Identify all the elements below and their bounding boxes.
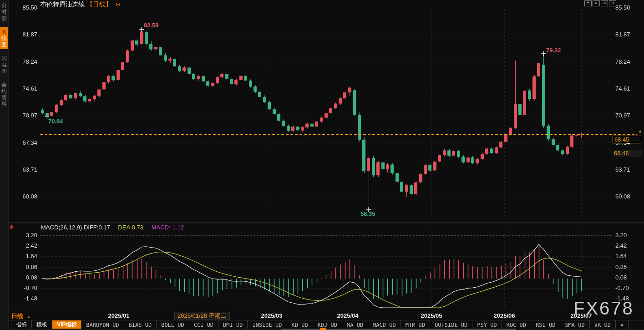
scrollbar-marker	[320, 328, 326, 330]
macd-dea-value: DEA:0.73	[118, 224, 143, 231]
y-axis-label-right: 74.61	[615, 85, 639, 92]
y-axis-label: 78.24	[16, 58, 37, 65]
symbol-name: 布伦特原油连续	[40, 0, 85, 8]
y-axis-label: 67.34	[16, 139, 37, 146]
indicator-button-bias[interactable]: BIAS_UD	[124, 320, 157, 329]
y-axis-label: 70.97	[16, 112, 37, 119]
indicator-button-roc[interactable]: ROC_UD	[502, 320, 531, 329]
macd-axis-label-right: 3.20	[615, 232, 639, 239]
toolbar-tab-vip-indicator[interactable]: VIP指标	[52, 320, 81, 329]
sidebar-tab-contract-info[interactable]: 合约资料	[0, 80, 8, 108]
x-axis-row: 日线 ▲ 2025/01 2025/03 2025/04 2025/05 202…	[0, 311, 644, 320]
macd-axis-label: 0.86	[16, 264, 37, 270]
x-axis-month-label: 2025/01	[103, 312, 135, 319]
indicator-button-macd[interactable]: MACD_UD	[368, 320, 401, 329]
high-price-label: 82.59	[144, 22, 159, 29]
macd-axis-label: -1.48	[16, 295, 37, 302]
period-dropdown-arrow-icon: ▲	[27, 315, 31, 319]
toolbar-tab-indicator[interactable]: 指标	[11, 320, 32, 329]
crosshair-date-tag: 2025/01/28 星期二	[174, 312, 230, 320]
indicator-button-kd[interactable]: KD_UD	[287, 320, 313, 329]
indicator-button-barupdn[interactable]: BARUPDN_UD	[81, 320, 124, 329]
macd-axis-label: 3.20	[16, 232, 37, 239]
indicator-toolbar: 指标 模板 VIP指标 BARUPDN_UD BIAS_UD BOLL_UD C…	[8, 320, 644, 329]
y-axis-label: 60.08	[16, 193, 37, 200]
sidebar-tab-time-chart[interactable]: 分时图	[0, 1, 8, 23]
macd-value: MACD:-1.12	[152, 224, 184, 231]
macd-axis-label-right: 1.64	[615, 253, 639, 259]
y-axis-label: 74.61	[16, 85, 37, 92]
sidebar-tab-kline-chart[interactable]: K线图	[0, 27, 8, 49]
last-price-tag: 68.45	[613, 136, 641, 143]
macd-axis-label-right: 0.86	[615, 264, 639, 270]
indicator-button-vr[interactable]: VR_UD	[590, 320, 616, 329]
toolbar-more-button[interactable]: »	[616, 320, 629, 329]
x-axis-month-label: 2025/04	[332, 312, 364, 319]
y-axis-scale-icon[interactable]: ⊾	[593, 0, 600, 6]
x-axis-month-label: 2025/05	[416, 312, 447, 319]
indicator-button-mtm[interactable]: MTM_UD	[401, 320, 430, 329]
y-axis-label-right: 60.08	[615, 193, 639, 200]
macd-diff-value: MACD(26,12,9) DIFF:0.17	[41, 224, 110, 231]
indicator-button-inside[interactable]: INSIDE_UD	[248, 320, 287, 329]
macd-axis-label: 0.08	[16, 274, 37, 281]
y-axis-label: 81.87	[16, 31, 37, 38]
x-axis-month-label: 2025/03	[256, 312, 288, 319]
chart-title: 布伦特原油连续 【日线】 ⊖	[40, 0, 121, 9]
y-axis-label: 85.50	[16, 4, 37, 11]
macd-axis-label: 2.42	[16, 242, 37, 249]
macd-axis-label-right: 0.08	[615, 274, 639, 281]
kline-tab-head: K	[2, 29, 6, 35]
y-axis-label-right: 63.71	[615, 166, 639, 173]
x-axis-scale-icon[interactable]: ⊿	[601, 0, 608, 6]
toolbar-tab-template[interactable]: 模板	[32, 320, 52, 329]
chart-app-window: 分时图 K线图 闪电图 合约资料 布伦特原油连续 【日线】 ⊖ ✛ ⊾ ⊿ ⇥ …	[0, 0, 644, 330]
y-axis-label-right: 85.50	[615, 4, 639, 11]
y-axis-label-right: 70.97	[615, 112, 639, 119]
macd-indicator-header: MACD(26,12,9) DIFF:0.17 DEA:0.73 MACD:-1…	[41, 224, 184, 231]
macd-axis-label: -0.70	[16, 284, 37, 291]
crosshair-icon[interactable]: ✛	[584, 0, 592, 6]
period-tag: 【日线】	[86, 0, 112, 8]
y-axis-label-right: 78.24	[615, 58, 639, 65]
low-price-label: 58.35	[360, 210, 375, 217]
indicator-button-sma[interactable]: SMA_UD	[560, 320, 589, 329]
fx678-watermark: FX678	[573, 298, 634, 319]
indicator-button-outside[interactable]: OUTSIDE_UD	[430, 320, 472, 329]
indicator-button-boll[interactable]: BOLL_UD	[157, 320, 189, 329]
indicator-button-kdj[interactable]: KDJ_UD	[313, 320, 342, 329]
high-price-label: 79.32	[546, 47, 561, 54]
macd-axis-label-right: -0.70	[615, 284, 639, 291]
low-price-label: 70.84	[48, 118, 63, 125]
kline-tab-tail: 线图	[1, 35, 7, 48]
period-selector[interactable]: 日线 ▲	[11, 312, 31, 320]
y-axis-label-right: 81.87	[615, 31, 639, 38]
indicator-button-cci[interactable]: CCI_UD	[189, 320, 218, 329]
collapse-icon[interactable]: ⊖	[116, 1, 121, 8]
sidebar-tab-lightning-chart[interactable]: 闪电图	[0, 54, 8, 76]
reference-price-tag: 66.46	[613, 150, 642, 157]
macd-axis-label: 1.64	[16, 253, 37, 259]
macd-axis-label-right: 2.42	[615, 242, 639, 249]
indicator-button-psy[interactable]: PSY_UD	[472, 320, 502, 329]
x-axis-month-label: 2025/06	[488, 312, 520, 319]
y-axis-label: 63.71	[16, 166, 37, 173]
alert-icon[interactable]: ✺	[9, 223, 14, 230]
indicator-button-dmi[interactable]: DMI_UD	[218, 320, 248, 329]
price-line-arrow-icon: ▲	[638, 129, 642, 133]
indicator-button-rsi[interactable]: RSI_UD	[531, 320, 560, 329]
chart-tool-buttons: ✛ ⊾ ⊿ ⇥	[584, 0, 616, 6]
indicator-button-ma[interactable]: MA_UD	[342, 320, 368, 329]
chart-type-sidebar: 分时图 K线图 闪电图 合约资料	[0, 0, 9, 330]
period-label: 日线	[11, 313, 23, 320]
